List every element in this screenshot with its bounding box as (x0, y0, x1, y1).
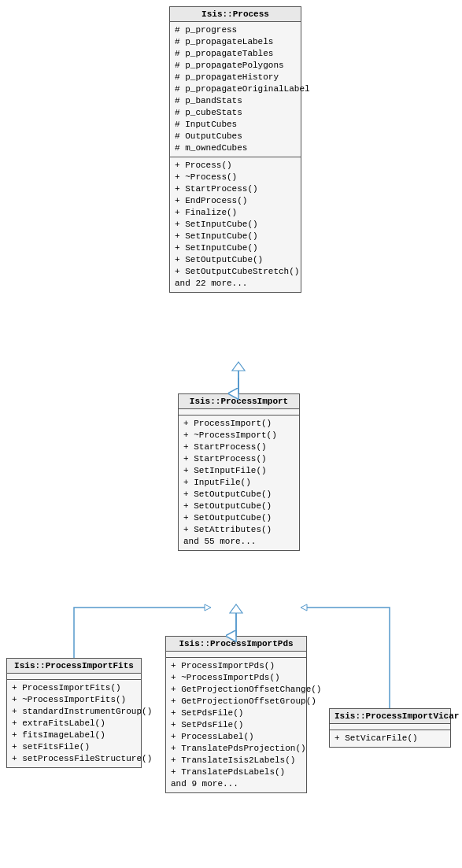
svg-marker-8 (301, 604, 307, 611)
process-box: Isis::Process # p_progress # p_propagate… (169, 6, 301, 293)
process-import-vicar-methods: + SetVicarFile() (330, 730, 450, 747)
process-import-box: Isis::ProcessImport + ProcessImport() + … (178, 393, 300, 551)
process-import-title: Isis::ProcessImport (179, 394, 299, 409)
process-import-pds-box: Isis::ProcessImportPds + ProcessImportPd… (165, 636, 307, 793)
process-import-fits-box: Isis::ProcessImportFits + ProcessImportF… (6, 658, 142, 768)
process-methods: + Process() + ~Process() + StartProcess(… (170, 157, 301, 292)
process-import-pds-methods: + ProcessImportPds() + ~ProcessImportPds… (166, 658, 306, 792)
process-import-pds-attributes (166, 652, 306, 658)
process-import-attributes (179, 409, 299, 416)
process-import-fits-methods: + ProcessImportFits() + ~ProcessImportFi… (7, 680, 141, 767)
svg-marker-12 (230, 604, 242, 613)
process-title: Isis::Process (170, 7, 301, 22)
process-import-fits-attributes (7, 674, 141, 680)
process-import-pds-title: Isis::ProcessImportPds (166, 637, 306, 652)
process-import-vicar-attributes (330, 724, 450, 730)
process-import-methods: + ProcessImport() + ~ProcessImport() + S… (179, 416, 299, 550)
process-import-vicar-box: Isis::ProcessImportVicar + SetVicarFile(… (329, 708, 451, 748)
process-attributes: # p_progress # p_propagateLabels # p_pro… (170, 22, 301, 157)
process-import-vicar-title: Isis::ProcessImportVicar (330, 709, 450, 724)
svg-marker-7 (205, 604, 211, 611)
diagram-container: Isis::Process # p_progress # p_propagate… (0, 0, 462, 868)
process-import-fits-title: Isis::ProcessImportFits (7, 659, 141, 674)
svg-marker-10 (232, 362, 245, 371)
